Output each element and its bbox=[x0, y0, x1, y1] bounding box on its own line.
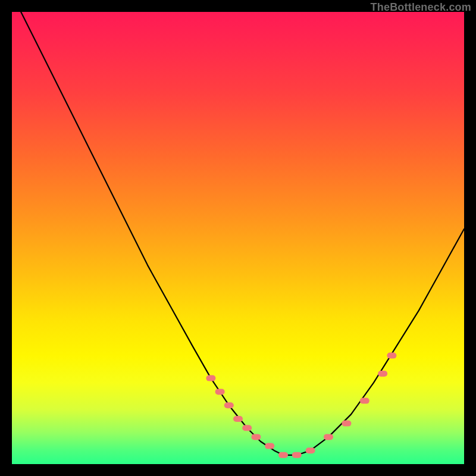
marker-dot bbox=[342, 421, 351, 427]
marker-dot bbox=[378, 371, 387, 377]
marker-dot bbox=[265, 443, 274, 449]
plot-area bbox=[12, 12, 464, 464]
marker-dot bbox=[251, 434, 261, 440]
marker-dot bbox=[292, 452, 302, 458]
chart-root: TheBottleneck.com bbox=[0, 0, 476, 476]
marker-dot bbox=[224, 402, 234, 408]
bottleneck-curve-line bbox=[21, 12, 464, 455]
marker-dot bbox=[233, 416, 243, 422]
curve-svg bbox=[12, 12, 464, 464]
marker-dot bbox=[387, 353, 396, 359]
highlighted-segment-markers bbox=[206, 353, 396, 458]
marker-dot bbox=[215, 389, 225, 394]
marker-dot bbox=[360, 398, 369, 404]
marker-dot bbox=[242, 425, 252, 431]
marker-dot bbox=[278, 452, 288, 458]
marker-dot bbox=[206, 375, 215, 381]
marker-dot bbox=[324, 434, 333, 440]
marker-dot bbox=[306, 447, 315, 453]
